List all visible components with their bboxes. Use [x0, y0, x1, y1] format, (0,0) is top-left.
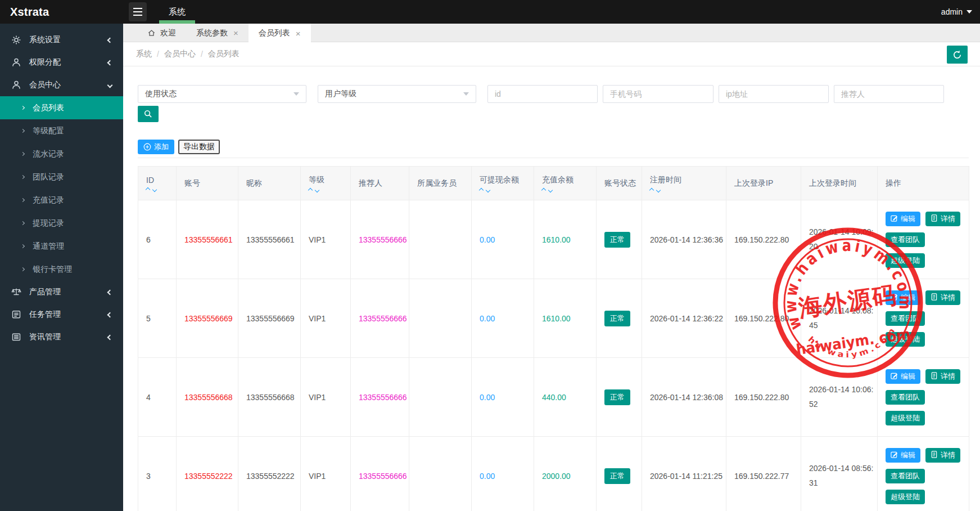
sort-asc-icon[interactable] [479, 187, 484, 192]
add-button[interactable]: 添加 [138, 140, 174, 154]
super-login-button[interactable]: 超级登陆 [886, 490, 925, 504]
search-icon [143, 109, 153, 119]
table-row: 31335555222213355552222VIP1133555566660.… [138, 437, 969, 511]
cell-recharge: 1610.00 [534, 200, 597, 279]
main-content: 使用状态用户等级 添加 导出数据 ID账号昵称等级推荐人所属业务员可提现余额充值… [123, 66, 980, 511]
row-actions: 编辑详情查看团队超级登陆 [886, 212, 969, 268]
sidebar-subitem-member-list[interactable]: 会员列表 [0, 96, 123, 119]
edit-button[interactable]: 编辑 [886, 369, 920, 384]
detail-button[interactable]: 详情 [925, 448, 960, 463]
sort-desc-icon[interactable] [315, 187, 319, 192]
export-button[interactable]: 导出数据 [178, 140, 220, 154]
cell-withdrawable: 0.00 [472, 200, 534, 279]
cell-salesman [409, 358, 472, 437]
sidebar-item-system-settings[interactable]: 系统设置 [0, 29, 123, 51]
cell-recharge: 440.00 [534, 358, 597, 437]
cell-recharge: 2000.00 [534, 437, 597, 511]
active-nav-underline [159, 20, 195, 24]
sidebar-subitem-team-records[interactable]: 团队记录 [0, 165, 123, 189]
detail-button[interactable]: 详情 [925, 369, 960, 384]
sidebar-subitem-flow-records[interactable]: 流水记录 [0, 142, 123, 165]
column-header-status: 账号状态 [597, 167, 642, 200]
sort-desc-icon[interactable] [548, 187, 553, 192]
sort-desc-icon[interactable] [486, 187, 490, 192]
filter-input-id[interactable] [487, 85, 598, 103]
tab-system-params[interactable]: 系统参数× [186, 24, 249, 42]
sidebar-item-label: 任务管理 [29, 310, 61, 320]
filter-select-status[interactable]: 使用状态 [138, 85, 306, 103]
sidebar-item-label: 会员中心 [29, 80, 61, 90]
detail-button[interactable]: 详情 [925, 212, 960, 226]
cell-salesman [409, 200, 472, 279]
tab-member-list[interactable]: 会员列表× [249, 24, 311, 43]
sort-icons[interactable] [309, 189, 350, 192]
close-icon[interactable]: × [296, 29, 301, 38]
edit-button[interactable]: 编辑 [886, 448, 920, 463]
filter-select-level[interactable]: 用户等级 [318, 85, 476, 103]
sidebar-subitem-label: 会员列表 [33, 103, 64, 113]
column-label: 账号 [184, 178, 238, 189]
sidebar-item-news-manage[interactable]: 资讯管理 [0, 326, 123, 348]
user-icon [11, 57, 21, 68]
view-team-button[interactable]: 查看团队 [886, 390, 925, 405]
filter-input-phone[interactable] [603, 85, 713, 103]
column-header-id: ID [138, 167, 177, 200]
search-button[interactable] [138, 106, 159, 122]
breadcrumb-item[interactable]: 会员列表 [208, 49, 240, 59]
view-team-button[interactable]: 查看团队 [886, 232, 925, 247]
sort-asc-icon[interactable] [541, 187, 546, 192]
sidebar-item-product-manage[interactable]: 产品管理 [0, 281, 123, 303]
sort-icons[interactable] [146, 188, 176, 191]
user-menu[interactable]: admin [941, 7, 972, 16]
view-team-button[interactable]: 查看团队 [886, 311, 925, 326]
close-icon[interactable]: × [233, 28, 238, 38]
sort-icons[interactable] [542, 189, 596, 192]
cell-referrer: 13355556666 [351, 279, 409, 358]
document-icon [931, 372, 938, 381]
sidebar-subitem-withdraw-records[interactable]: 提现记录 [0, 212, 123, 235]
sidebar-item-permission-assign[interactable]: 权限分配 [0, 51, 123, 74]
tab-welcome[interactable]: 欢迎 [137, 24, 186, 42]
column-header-reg_time: 注册时间 [642, 167, 726, 200]
edit-icon [891, 293, 898, 302]
breadcrumb-item[interactable]: 系统 [136, 49, 152, 59]
cell-last-login: 2026-01-14 10:09:20 [801, 200, 878, 279]
sort-asc-icon[interactable] [308, 187, 313, 192]
sidebar-item-task-manage[interactable]: 任务管理 [0, 303, 123, 326]
edit-button[interactable]: 编辑 [886, 212, 920, 226]
tab-strip: 欢迎系统参数×会员列表× [123, 24, 980, 42]
sidebar-subitem-recharge-records[interactable]: 充值记录 [0, 189, 123, 212]
edit-button[interactable]: 编辑 [886, 290, 920, 305]
column-header-account: 账号 [177, 167, 238, 200]
filter-input-referrer[interactable] [834, 85, 944, 103]
chevron-down-icon [967, 10, 972, 14]
top-nav-item-system[interactable]: 系统 [159, 0, 195, 24]
breadcrumb-item[interactable]: 会员中心 [164, 49, 196, 59]
cell-account: 13355556669 [177, 279, 238, 358]
sidebar-subitem-channel-manage[interactable]: 通道管理 [0, 235, 123, 258]
sort-desc-icon[interactable] [656, 187, 661, 192]
sort-asc-icon[interactable] [146, 187, 150, 191]
sort-asc-icon[interactable] [649, 187, 654, 192]
super-login-button[interactable]: 超级登陆 [886, 411, 925, 425]
refresh-button[interactable] [947, 46, 968, 64]
breadcrumb-bar: 系统/会员中心/会员列表 [123, 42, 980, 66]
status-badge: 正常 [604, 232, 630, 248]
sidebar-item-member-center[interactable]: 会员中心 [0, 74, 123, 96]
sort-icons[interactable] [480, 189, 534, 192]
sidebar-subitem-level-config[interactable]: 等级配置 [0, 119, 123, 142]
column-header-nickname: 昵称 [238, 167, 301, 200]
super-login-button[interactable]: 超级登陆 [886, 332, 925, 347]
sidebar-subitem-bankcard-manage[interactable]: 银行卡管理 [0, 258, 123, 281]
chevron-left-icon [107, 60, 113, 65]
tasks-icon [11, 310, 21, 320]
sidebar-toggle-button[interactable] [129, 2, 147, 21]
sort-desc-icon[interactable] [152, 187, 157, 191]
detail-button[interactable]: 详情 [925, 290, 960, 305]
sort-icons[interactable] [650, 189, 726, 192]
chevron-right-icon [21, 152, 25, 156]
super-login-button[interactable]: 超级登陆 [886, 253, 925, 268]
filter-input-ip[interactable] [719, 85, 829, 103]
edit-icon [891, 372, 898, 381]
view-team-button[interactable]: 查看团队 [886, 469, 925, 483]
